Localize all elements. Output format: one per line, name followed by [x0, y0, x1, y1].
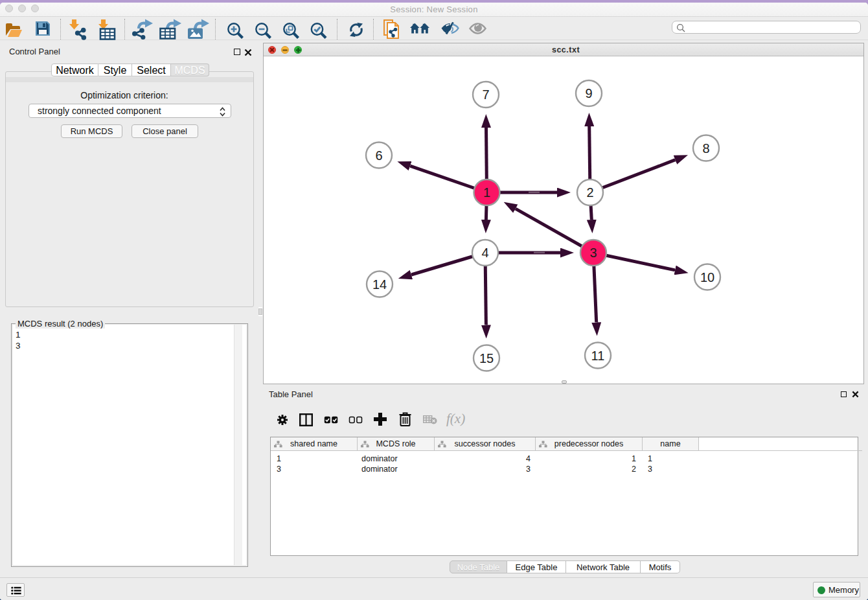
svg-text:15: 15	[479, 351, 494, 365]
svg-text:6: 6	[375, 148, 382, 163]
svg-text:8: 8	[702, 141, 709, 156]
svg-text:7: 7	[482, 87, 489, 102]
svg-text:1: 1	[483, 185, 490, 200]
svg-text:2: 2	[586, 185, 593, 200]
svg-text:9: 9	[585, 86, 592, 100]
svg-text:4: 4	[481, 246, 488, 260]
svg-text:10: 10	[700, 270, 714, 284]
svg-text:3: 3	[589, 246, 597, 260]
svg-text:11: 11	[591, 349, 605, 363]
svg-text:14: 14	[372, 277, 387, 292]
